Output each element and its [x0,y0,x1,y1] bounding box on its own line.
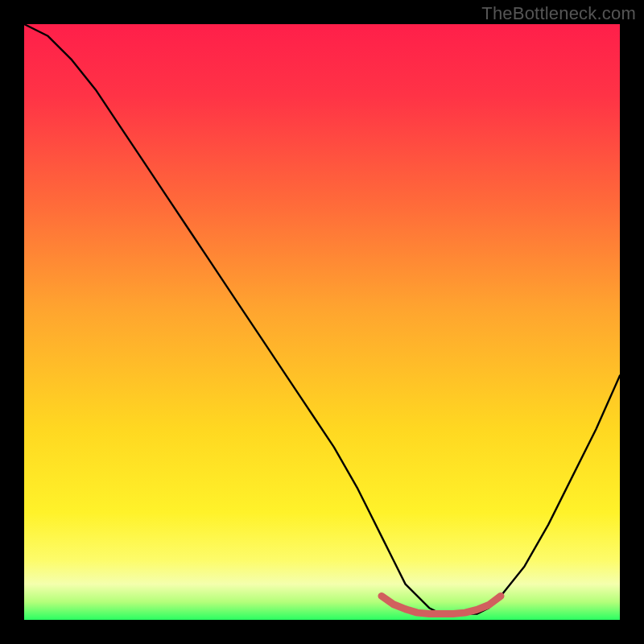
gradient-background [24,24,620,620]
chart-svg [24,24,620,620]
watermark-text: TheBottleneck.com [481,3,636,24]
chart-frame: TheBottleneck.com [0,0,644,644]
plot-area [24,24,620,620]
